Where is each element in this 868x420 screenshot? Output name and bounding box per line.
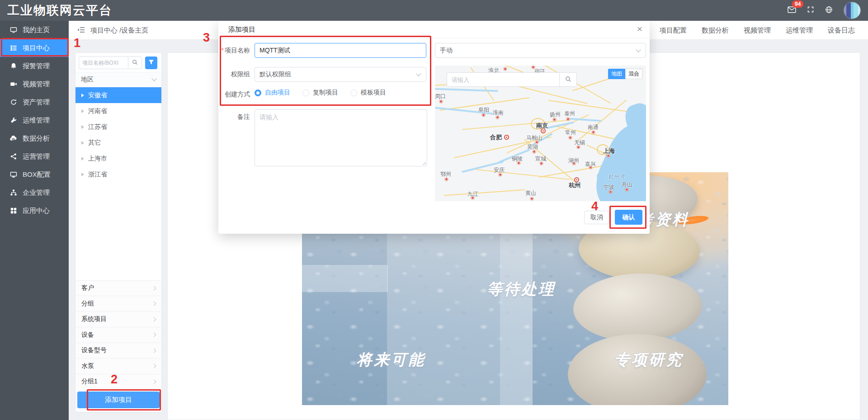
radio-icon (255, 90, 261, 96)
cancel-button[interactable]: 取消 (584, 211, 609, 224)
org-tree-icon (9, 189, 17, 197)
map-search-button[interactable] (560, 72, 577, 87)
remark-textarea[interactable] (255, 109, 427, 166)
map-marker (566, 118, 570, 121)
map-city-label: 南京 (536, 122, 548, 130)
monitor-icon (9, 26, 17, 34)
section-设备[interactable]: 设备 (75, 327, 161, 343)
sidebar-item-label: 运维管理 (23, 116, 50, 125)
layer-button-混合[interactable]: 混合 (625, 69, 642, 79)
map-city-label: 鄂州 (440, 170, 451, 178)
map-marker (625, 188, 628, 191)
section-label: 系统项目 (81, 315, 107, 323)
region-item[interactable]: 上海市 (75, 151, 161, 166)
map-city-label: 芜湖 (527, 143, 538, 151)
region-item[interactable]: 安徽省 (75, 87, 161, 103)
tab-设备日志[interactable]: 设备日志 (828, 26, 855, 35)
search-button[interactable] (128, 57, 142, 69)
map-city-label: 南通 (588, 123, 599, 131)
remark-textarea-wrap (255, 109, 427, 166)
map-search-input[interactable] (447, 72, 560, 87)
close-icon[interactable]: × (637, 24, 642, 33)
sidebar-item-data[interactable]: 数据分析 (0, 129, 69, 147)
sidebar-menu: 我的主页项目中心报警管理视频管理资产管理运维管理数据分析运营管理BOX配置企业管… (0, 21, 69, 220)
radio-icon (302, 90, 309, 96)
region-accordion-header[interactable]: 地区 (75, 72, 161, 87)
permission-group-select[interactable]: 默认权限组 (255, 67, 426, 82)
filter-button[interactable] (145, 57, 157, 69)
project-search-input[interactable] (79, 57, 128, 69)
sidebar-item-assets[interactable]: 资产管理 (0, 93, 69, 111)
region-item[interactable]: 浙江省 (75, 166, 161, 182)
caret-right-icon (81, 141, 84, 145)
sidebar-item-label: 企业管理 (23, 189, 50, 197)
section-设备型号[interactable]: 设备型号 (75, 343, 161, 359)
globe-icon (825, 6, 833, 15)
section-label: 分组 (81, 300, 94, 308)
sidebar-item-projects[interactable]: 项目中心 (0, 39, 69, 57)
avatar[interactable] (844, 2, 861, 19)
radio-自由项目[interactable]: 自由项目 (255, 89, 290, 97)
kanban-card-title: 等待处理 (487, 279, 556, 300)
tab-运维管理[interactable]: 运维管理 (786, 26, 813, 35)
sidebar-item-box[interactable]: BOX配置 (0, 165, 69, 184)
collapse-sidebar-icon[interactable] (77, 27, 85, 34)
top-bar: 工业物联网云平台 94 (0, 0, 868, 21)
section-水泵[interactable]: 水泵 (75, 358, 161, 374)
region-item[interactable]: 其它 (75, 135, 161, 151)
radio-模板项目[interactable]: 模板项目 (350, 89, 386, 97)
sidebar-item-apps[interactable]: 应用中心 (0, 202, 69, 220)
region-header-label: 地区 (81, 76, 94, 84)
sidebar-item-enterprise[interactable]: 企业管理 (0, 184, 69, 202)
tab-视频管理[interactable]: 视频管理 (744, 26, 771, 35)
section-label: 分组1 (81, 378, 98, 386)
map-marker (504, 135, 509, 140)
caret-right-icon (81, 94, 84, 97)
region-label: 其它 (88, 139, 101, 147)
region-item[interactable]: 河南省 (75, 103, 161, 119)
map-city-label: 杭州 (569, 181, 580, 189)
section-客户[interactable]: 客户 (75, 280, 161, 296)
add-project-button[interactable]: 添加项目 (77, 392, 160, 408)
region-label: 江苏省 (88, 123, 107, 131)
map-city-label: 宣城 (535, 155, 546, 163)
region-item[interactable]: 江苏省 (75, 119, 161, 135)
radio-label: 自由项目 (265, 89, 290, 97)
share-nodes-icon (9, 153, 17, 160)
sidebar-item-operation[interactable]: 运营管理 (0, 147, 69, 165)
sidebar-item-home[interactable]: 我的主页 (0, 21, 69, 39)
sidebar-item-label: 我的主页 (23, 26, 50, 34)
map-city-label: 淮南 (493, 109, 504, 117)
caret-right-icon (81, 157, 84, 160)
expand-icon (807, 6, 814, 15)
chevron-right-icon (152, 302, 156, 306)
kanban-card-title: 专项研究 (614, 349, 683, 370)
tab-数据分析[interactable]: 数据分析 (702, 26, 729, 35)
locate-mode-select[interactable]: 手动 (435, 43, 646, 58)
radio-icon (350, 90, 357, 96)
cloud-chart-icon (9, 135, 17, 142)
app-title: 工业物联网云平台 (7, 2, 112, 19)
sidebar-item-alarms[interactable]: 报警管理 (0, 57, 69, 75)
map-city-label: 九江 (467, 190, 478, 198)
box-monitor-icon (9, 171, 17, 179)
radio-复制项目[interactable]: 复制项目 (302, 89, 338, 97)
messages-button[interactable]: 94 (788, 6, 796, 15)
sidebar-item-ops[interactable]: 运维管理 (0, 111, 69, 129)
region-label: 浙江省 (88, 170, 107, 179)
map-canvas[interactable]: 地图混合 淮北宿迁周口阜阳淮南扬州泰州南京南通常州合肥马鞍山无锡芜湖上海铜陵宣城… (435, 66, 646, 201)
fullscreen-button[interactable] (807, 6, 814, 15)
language-button[interactable] (825, 6, 833, 15)
confirm-button[interactable]: 确认 (615, 210, 642, 225)
tab-项目配置[interactable]: 项目配置 (660, 26, 687, 35)
section-分组[interactable]: 分组 (75, 296, 161, 311)
bell-icon (9, 62, 17, 70)
region-label: 上海市 (88, 155, 107, 163)
sidebar-item-video[interactable]: 视频管理 (0, 75, 69, 93)
layer-button-地图[interactable]: 地图 (608, 69, 625, 79)
project-name-input[interactable] (255, 43, 426, 58)
section-系统项目[interactable]: 系统项目 (75, 311, 161, 327)
map-marker (569, 136, 572, 139)
required-asterisk: * (222, 47, 224, 54)
section-分组1[interactable]: 分组1 (75, 374, 161, 390)
